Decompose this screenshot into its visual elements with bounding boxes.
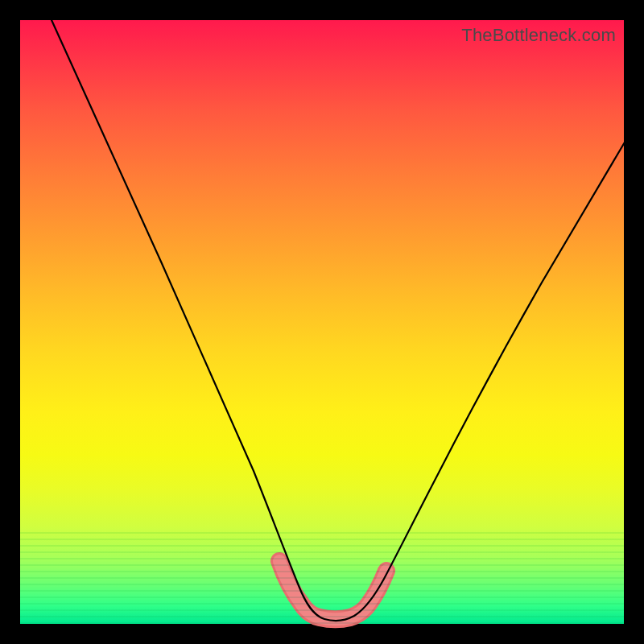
chart-frame: TheBottleneck.com: [0, 0, 644, 644]
curve-main: [44, 4, 625, 621]
bottleneck-curve: [20, 20, 624, 624]
plot-area: TheBottleneck.com: [20, 20, 624, 624]
